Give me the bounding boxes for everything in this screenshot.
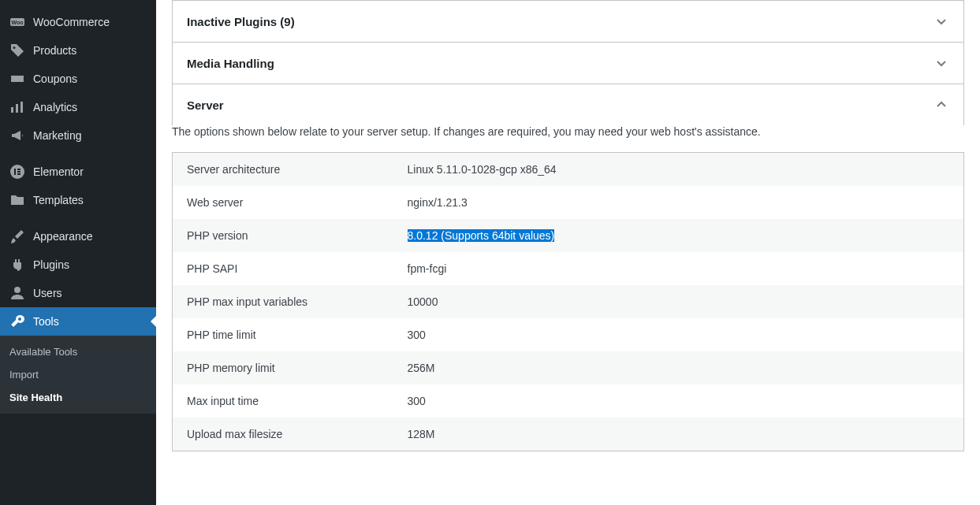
table-row: Web server nginx/1.21.3	[173, 186, 964, 219]
panel-title: Inactive Plugins (9)	[187, 15, 295, 28]
row-key: PHP memory limit	[173, 351, 393, 384]
panel-header-server[interactable]: Server	[173, 84, 963, 125]
server-info-table: Server architecture Linux 5.11.0-1028-gc…	[172, 152, 964, 451]
table-row: PHP time limit 300	[173, 318, 964, 351]
svg-rect-2	[11, 107, 13, 113]
submenu-item-site-health[interactable]: Site Health	[0, 386, 156, 409]
row-value: 128M	[393, 418, 964, 451]
tag-icon	[9, 43, 25, 58]
row-value: 8.0.12 (Supports 64bit values)	[393, 219, 964, 252]
row-value: nginx/1.21.3	[393, 186, 964, 219]
chevron-down-icon	[933, 55, 949, 71]
submenu-item-available-tools[interactable]: Available Tools	[0, 340, 156, 363]
row-value: 256M	[393, 351, 964, 384]
panel-media-handling: Media Handling	[172, 43, 964, 84]
panel-header-media-handling[interactable]: Media Handling	[173, 43, 963, 84]
main-content: Inactive Plugins (9) Media Handling Serv…	[156, 0, 980, 505]
row-value: Linux 5.11.0-1028-gcp x86_64	[393, 153, 964, 187]
sidebar-item-coupons[interactable]: Coupons	[0, 65, 156, 93]
chevron-down-icon	[933, 13, 949, 29]
table-row: Max input time 300	[173, 384, 964, 418]
row-value: fpm-fcgi	[393, 252, 964, 285]
row-key: Upload max filesize	[173, 418, 393, 451]
svg-rect-9	[17, 173, 20, 175]
svg-rect-7	[17, 169, 20, 170]
row-key: Max input time	[173, 384, 393, 418]
table-row: PHP version 8.0.12 (Supports 64bit value…	[173, 219, 964, 252]
table-row: PHP SAPI fpm-fcgi	[173, 252, 964, 285]
elementor-icon	[9, 164, 25, 180]
table-row: Server architecture Linux 5.11.0-1028-gc…	[173, 153, 964, 187]
server-description: The options shown below relate to your s…	[172, 125, 964, 152]
sidebar-item-marketing[interactable]: Marketing	[0, 121, 156, 150]
woo-icon: Woo	[9, 14, 25, 30]
table-row: PHP max input variables 10000	[173, 285, 964, 318]
panel-title: Server	[187, 98, 224, 112]
table-row: PHP memory limit 256M	[173, 351, 964, 384]
panel-header-inactive-plugins[interactable]: Inactive Plugins (9)	[173, 1, 963, 42]
row-key: Web server	[173, 186, 393, 219]
svg-rect-3	[16, 104, 18, 113]
sidebar-item-products[interactable]: Products	[0, 36, 156, 65]
panel-title: Media Handling	[187, 57, 274, 70]
svg-point-10	[14, 287, 20, 293]
bars-icon	[9, 99, 25, 115]
row-key: PHP max input variables	[173, 285, 393, 318]
wrench-icon	[9, 314, 25, 329]
sidebar-item-analytics[interactable]: Analytics	[0, 93, 156, 121]
sidebar-item-label: Templates	[33, 193, 84, 207]
sidebar-item-plugins[interactable]: Plugins	[0, 251, 156, 279]
row-value: 10000	[393, 285, 964, 318]
row-value: 300	[393, 318, 964, 351]
row-key: Server architecture	[173, 153, 393, 187]
panel-server: Server	[172, 84, 964, 125]
sidebar-item-templates[interactable]: Templates	[0, 186, 156, 214]
svg-rect-8	[17, 171, 20, 173]
sidebar-item-users[interactable]: Users	[0, 279, 156, 307]
sidebar-item-elementor[interactable]: Elementor	[0, 158, 156, 186]
sidebar-item-woocommerce[interactable]: Woo WooCommerce	[0, 8, 156, 36]
svg-text:Woo: Woo	[11, 20, 23, 25]
folder-icon	[9, 192, 25, 208]
ticket-icon	[9, 71, 25, 87]
sidebar-item-label: WooCommerce	[33, 15, 110, 29]
highlighted-text: 8.0.12 (Supports 64bit values)	[408, 229, 555, 242]
sidebar-item-tools[interactable]: Tools	[0, 307, 156, 336]
sidebar-item-label: Products	[33, 43, 76, 58]
sidebar-item-appearance[interactable]: Appearance	[0, 222, 156, 251]
brush-icon	[9, 228, 25, 244]
sidebar-item-label: Users	[33, 286, 62, 300]
submenu-item-import[interactable]: Import	[0, 363, 156, 386]
tools-submenu: Available Tools Import Site Health	[0, 336, 156, 414]
row-key: PHP SAPI	[173, 252, 393, 285]
panel-inactive-plugins: Inactive Plugins (9)	[172, 0, 964, 43]
sidebar-item-label: Elementor	[33, 165, 84, 179]
row-key: PHP time limit	[173, 318, 393, 351]
chevron-up-icon	[933, 97, 949, 113]
sidebar-item-label: Tools	[33, 314, 59, 329]
megaphone-icon	[9, 128, 25, 143]
svg-rect-4	[20, 102, 23, 113]
plug-icon	[9, 257, 25, 273]
sidebar-item-label: Appearance	[33, 229, 93, 243]
svg-rect-6	[14, 169, 16, 175]
row-key: PHP version	[173, 219, 393, 252]
sidebar-item-label: Coupons	[33, 72, 77, 86]
sidebar-item-label: Analytics	[33, 100, 77, 114]
row-value: 300	[393, 384, 964, 418]
sidebar-item-label: Marketing	[33, 128, 81, 143]
table-row: Upload max filesize 128M	[173, 418, 964, 451]
sidebar-item-label: Plugins	[33, 258, 69, 272]
user-icon	[9, 285, 25, 301]
admin-sidebar: Woo WooCommerce Products Coupons Analyti…	[0, 0, 156, 505]
